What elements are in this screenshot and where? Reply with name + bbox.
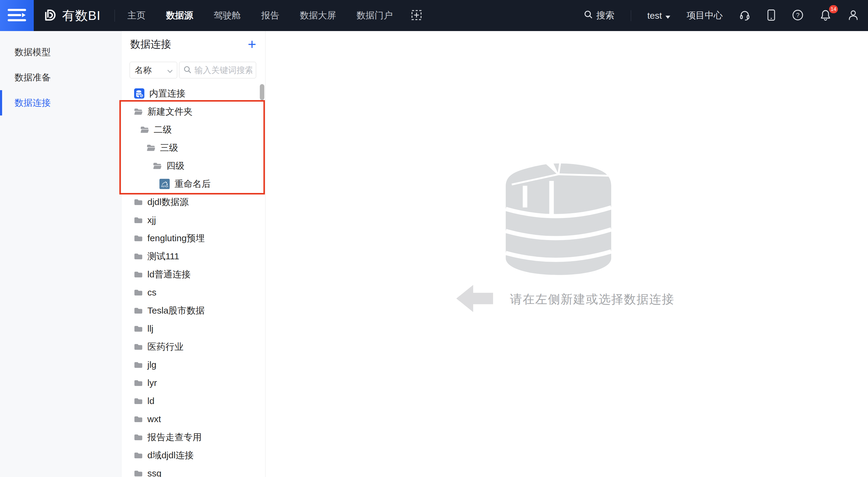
user-menu[interactable]: test — [647, 10, 670, 21]
brand-name: 有数BI — [62, 7, 101, 24]
notification-badge: 14 — [829, 5, 838, 13]
topbar-divider — [115, 10, 115, 22]
tree-item-label: Tesla股市数据 — [147, 304, 205, 317]
topbar-nav-item[interactable]: 数据源 — [166, 9, 193, 22]
tree-item-label: ld — [147, 396, 154, 406]
tree-item[interactable]: 新建文件夹 — [122, 102, 265, 121]
folder-icon — [134, 343, 143, 350]
notifications-button[interactable]: 14 — [820, 9, 831, 22]
tree-item[interactable]: djdl数据源 — [122, 193, 265, 211]
tree-item-label: xjj — [147, 215, 156, 225]
folder-icon — [134, 325, 143, 332]
tree-item-label: lyr — [147, 378, 157, 388]
filter-field-label: 名称 — [135, 64, 152, 76]
global-search-button[interactable]: 搜索 — [584, 9, 615, 22]
sidebar-item[interactable]: 数据准备 — [0, 65, 121, 90]
topbar-nav-item[interactable]: 数据门户 — [356, 9, 393, 22]
tree-item-label: 二级 — [154, 124, 172, 136]
tree-item[interactable]: 内置连接 — [122, 84, 265, 102]
tree-item[interactable]: ld — [122, 392, 265, 410]
folder-icon — [134, 253, 143, 260]
search-icon — [184, 66, 191, 75]
folder-icon — [134, 235, 143, 242]
folder-icon — [134, 271, 143, 278]
tree-item[interactable]: 医药行业 — [122, 338, 265, 356]
folder-open-icon — [147, 144, 155, 151]
folder-icon — [134, 416, 143, 423]
tree-item[interactable]: 测试111 — [122, 247, 265, 265]
mobile-device-icon — [767, 9, 776, 22]
tree-item[interactable]: wxt — [122, 410, 265, 428]
menu-toggle-button[interactable] — [0, 0, 34, 31]
tree-item[interactable]: lyr — [122, 374, 265, 392]
tree-item[interactable]: llj — [122, 320, 265, 338]
topbar-nav-item[interactable]: 驾驶舱 — [214, 9, 241, 22]
tree-item-label: ssq — [147, 468, 161, 477]
tree-item[interactable]: jlg — [122, 356, 265, 374]
tree-item[interactable]: 报告走查专用 — [122, 428, 265, 446]
tree-search-box — [179, 62, 256, 79]
tree-item[interactable]: fengluting预埋 — [122, 229, 265, 247]
tree-item-label: 重命名后 — [175, 178, 211, 190]
tree-item-label: 三级 — [160, 142, 178, 154]
tree-item[interactable]: d域djdl连接 — [122, 446, 265, 464]
empty-state-text: 请在左侧新建或选择数据连接 — [510, 291, 675, 307]
mysql-icon — [159, 179, 170, 189]
tree-item-label: jlg — [147, 360, 156, 370]
mobile-app-button[interactable] — [767, 9, 776, 22]
folder-icon — [134, 199, 143, 206]
tree-item-label: 报告走查专用 — [147, 431, 202, 444]
filter-field-select[interactable]: 名称 — [130, 62, 177, 79]
tree-item-label: llj — [147, 324, 153, 334]
search-label: 搜索 — [596, 9, 615, 22]
arrow-left-icon — [456, 284, 493, 314]
app-root: 有数BI 主页数据源驾驶舱报告数据大屏数据门户 搜索 — [0, 0, 868, 477]
tree-item-label: 测试111 — [147, 250, 179, 263]
topbar-nav-item[interactable]: 报告 — [261, 9, 279, 22]
search-icon — [584, 10, 593, 21]
account-button[interactable] — [847, 9, 859, 22]
tree-item-label: ld普通连接 — [147, 268, 190, 281]
sidebar-item[interactable]: 数据模型 — [0, 39, 121, 65]
folder-icon — [134, 361, 143, 368]
topbar-nav-item[interactable]: 数据大屏 — [300, 9, 336, 22]
tree-item[interactable]: ld普通连接 — [122, 265, 265, 284]
tree-item[interactable]: 三级 — [122, 139, 265, 157]
tree-item[interactable]: Tesla股市数据 — [122, 301, 265, 320]
new-canvas-button[interactable] — [411, 10, 422, 22]
tree-item-label: cs — [147, 287, 156, 298]
sidebar-item[interactable]: 数据连接 — [0, 90, 121, 116]
tree-item-label: fengluting预埋 — [147, 232, 205, 244]
tree-item[interactable]: xjj — [122, 211, 265, 229]
tree-item-label: wxt — [147, 414, 161, 424]
folder-icon — [134, 289, 143, 296]
support-button[interactable] — [739, 9, 750, 22]
tree-item-label: d域djdl连接 — [147, 449, 193, 461]
folder-open-icon — [134, 108, 143, 115]
tree-item[interactable]: 重命名后 — [122, 175, 265, 193]
tree-item-label: djdl数据源 — [147, 196, 189, 208]
panel-title: 数据连接 — [130, 37, 171, 51]
topbar-nav-item[interactable]: 主页 — [127, 9, 146, 22]
tree-item-label: 新建文件夹 — [147, 106, 193, 118]
tree-item-label: 医药行业 — [147, 341, 184, 353]
add-connection-button[interactable]: + — [248, 38, 256, 50]
project-center-link[interactable]: 项目中心 — [687, 9, 723, 22]
tree-item[interactable]: cs — [122, 284, 265, 301]
brand[interactable]: 有数BI — [34, 7, 101, 24]
tree-item[interactable]: ssq — [122, 464, 265, 477]
topbar-right: 搜索 test 项目中心 — [584, 9, 868, 22]
user-menu-label: test — [647, 10, 662, 21]
tree-item[interactable]: 四级 — [122, 157, 265, 175]
filter-row: 名称 — [130, 62, 256, 79]
tree-search-input[interactable] — [194, 65, 252, 75]
help-button[interactable]: ? — [792, 9, 804, 22]
tree-item[interactable]: 二级 — [122, 121, 265, 139]
youdata-logo-icon — [43, 8, 57, 24]
panel-header: 数据连接 + — [130, 38, 256, 50]
tree-scrollbar-thumb[interactable] — [260, 84, 264, 100]
question-circle-icon: ? — [792, 9, 804, 22]
topbar: 有数BI 主页数据源驾驶舱报告数据大屏数据门户 搜索 — [0, 0, 868, 31]
folder-open-icon — [153, 162, 161, 170]
folder-icon — [134, 216, 143, 224]
